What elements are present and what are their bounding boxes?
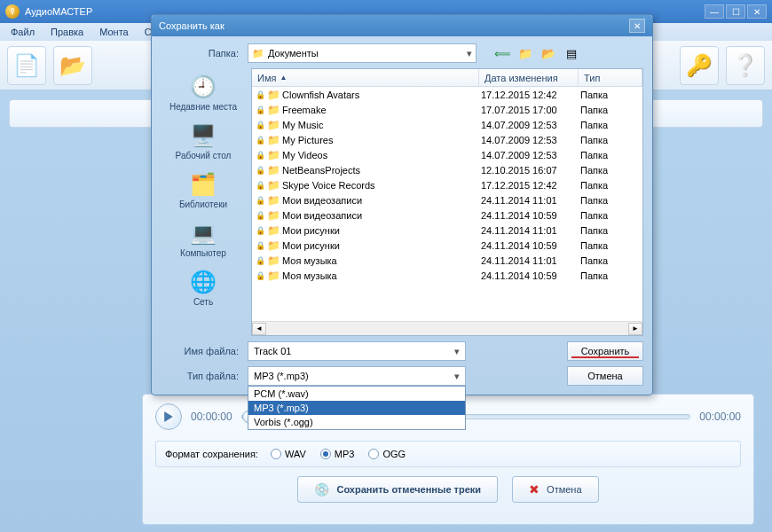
file-row[interactable]: 🔒📁Clownfish Avatars17.12.2015 12:42Папка [252, 87, 642, 102]
documents-icon: 📁 [252, 48, 264, 59]
file-date: 12.10.2015 16:07 [481, 165, 580, 176]
folder-combo[interactable]: 📁 Документы ▾ [248, 43, 477, 63]
file-row[interactable]: 🔒📁NetBeansProjects12.10.2015 16:07Папка [252, 162, 642, 177]
back-icon[interactable]: ⟸ [494, 45, 510, 61]
dialog-cancel-button[interactable]: Отмена [567, 366, 643, 386]
place-3[interactable]: 💻Компьютер [163, 218, 243, 260]
place-0[interactable]: 🕘Недавние места [163, 72, 243, 113]
lock-icon: 🔒 [256, 196, 264, 205]
file-row[interactable]: 🔒📁My Pictures14.07.2009 12:53Папка [252, 132, 642, 147]
scroll-left-icon[interactable]: ◄ [252, 323, 266, 335]
file-date: 17.12.2015 12:42 [481, 180, 580, 191]
dialog-save-button[interactable]: Сохранить [567, 341, 643, 361]
file-row[interactable]: 🔒📁Freemake17.07.2015 17:00Папка [252, 102, 642, 117]
file-name: My Music [282, 120, 323, 130]
file-row[interactable]: 🔒📁Skype Voice Records17.12.2015 12:42Пап… [252, 177, 642, 192]
file-type: Папка [580, 240, 641, 251]
dialog-title: Сохранить как [159, 20, 225, 31]
file-date: 14.07.2009 12:53 [481, 120, 580, 130]
minimize-button[interactable]: — [705, 4, 724, 19]
key-icon[interactable]: 🔑 [680, 46, 719, 85]
sort-asc-icon: ▲ [280, 74, 287, 82]
svg-marker-0 [164, 411, 173, 422]
format-wav[interactable]: WAV [271, 449, 306, 459]
new-file-icon[interactable]: 📄 [7, 46, 46, 85]
dialog-close-button[interactable]: ✕ [629, 19, 645, 33]
menu-file[interactable]: Файл [4, 25, 42, 39]
file-name: Clownfish Avatars [282, 90, 359, 100]
file-row[interactable]: 🔒📁Мои видеозаписи24.11.2014 10:59Папка [252, 207, 642, 223]
filetype-option[interactable]: Vorbis (*.ogg) [248, 415, 465, 429]
place-icon: 🖥️ [188, 122, 218, 149]
maximize-button[interactable]: ☐ [726, 4, 745, 19]
place-label: Рабочий стол [176, 151, 232, 160]
file-row[interactable]: 🔒📁Моя музыка24.11.2014 11:01Папка [252, 253, 642, 268]
format-ogg[interactable]: OGG [368, 449, 406, 459]
filename-label: Имя файла: [161, 346, 239, 356]
file-date: 17.07.2015 17:00 [481, 105, 580, 115]
filetype-option[interactable]: PCM (*.wav) [248, 387, 465, 401]
lock-icon: 🔒 [256, 241, 264, 250]
play-button[interactable] [155, 403, 182, 430]
col-name-header[interactable]: Имя▲ [252, 69, 479, 86]
place-4[interactable]: 🌐Сеть [163, 267, 243, 309]
file-date: 24.11.2014 11:01 [481, 225, 580, 236]
file-row[interactable]: 🔒📁Мои рисунки24.11.2014 11:01Папка [252, 223, 642, 238]
file-type: Папка [580, 210, 641, 221]
file-type: Папка [580, 90, 641, 100]
file-type: Папка [580, 255, 641, 266]
file-date: 24.11.2014 10:59 [481, 270, 580, 281]
folder-icon: 📁 [267, 239, 280, 252]
cancel-x-icon: ✖ [529, 482, 540, 497]
file-row[interactable]: 🔒📁My Videos14.07.2009 12:53Папка [252, 147, 642, 162]
folder-icon: 📁 [267, 209, 280, 222]
col-date-header[interactable]: Дата изменения [479, 69, 579, 86]
filetype-combo[interactable]: MP3 (*.mp3)▾ [248, 366, 466, 386]
place-2[interactable]: 🗂️Библиотеки [163, 169, 243, 211]
file-row[interactable]: 🔒📁Мои видеозаписи24.11.2014 11:01Папка [252, 192, 642, 207]
save-as-dialog: Сохранить как ✕ Папка: 📁 Документы ▾ ⟸ 📁… [151, 14, 653, 395]
file-row[interactable]: 🔒📁My Music14.07.2009 12:53Папка [252, 117, 642, 132]
folder-icon: 📁 [267, 270, 280, 282]
file-name: Freemake [282, 105, 327, 115]
file-date: 24.11.2014 11:01 [481, 255, 580, 266]
filename-input[interactable]: Track 01▾ [248, 341, 466, 361]
menu-montage[interactable]: Монта [92, 25, 136, 39]
folder-icon: 📁 [267, 134, 280, 146]
up-folder-icon[interactable]: 📁 [517, 45, 533, 61]
folder-icon: 📁 [267, 89, 280, 101]
lock-icon: 🔒 [256, 256, 264, 265]
save-tracks-button[interactable]: 💿Сохранить отмеченные треки [297, 476, 498, 503]
view-menu-icon[interactable]: ▤ [563, 45, 579, 61]
lock-icon: 🔒 [256, 271, 264, 280]
file-type: Папка [580, 225, 641, 236]
cancel-tracks-button[interactable]: ✖Отмена [512, 476, 598, 503]
folder-icon: 📁 [267, 194, 280, 207]
folder-icon: 📁 [267, 179, 280, 192]
new-folder-icon[interactable]: 📂 [540, 45, 556, 61]
lock-icon: 🔒 [256, 151, 264, 160]
close-button[interactable]: ✕ [747, 4, 767, 19]
file-name: Мои видеозаписи [282, 195, 362, 206]
file-type: Папка [580, 195, 641, 206]
file-type: Папка [580, 150, 641, 160]
save-disc-icon: 💿 [314, 482, 329, 497]
col-type-header[interactable]: Тип [579, 69, 642, 86]
format-mp3[interactable]: MP3 [320, 449, 355, 459]
place-1[interactable]: 🖥️Рабочий стол [163, 121, 243, 162]
filetype-option[interactable]: MP3 (*.mp3) [248, 401, 465, 415]
lock-icon: 🔒 [256, 136, 264, 145]
file-row[interactable]: 🔒📁Моя музыка24.11.2014 10:59Папка [252, 268, 642, 283]
file-row[interactable]: 🔒📁Мои рисунки24.11.2014 10:59Папка [252, 238, 642, 253]
place-icon: 💻 [188, 220, 218, 246]
help-icon[interactable]: ❔ [726, 46, 765, 85]
lock-icon: 🔒 [256, 226, 264, 235]
menu-edit[interactable]: Правка [43, 25, 91, 39]
horizontal-scrollbar[interactable]: ◄► [252, 321, 642, 335]
place-icon: 🌐 [188, 269, 218, 295]
scroll-right-icon[interactable]: ► [628, 323, 642, 335]
file-name: Моя музыка [282, 270, 337, 281]
lock-icon: 🔒 [256, 106, 264, 114]
file-type: Папка [580, 180, 641, 191]
open-folder-icon[interactable]: 📂 [53, 46, 92, 85]
